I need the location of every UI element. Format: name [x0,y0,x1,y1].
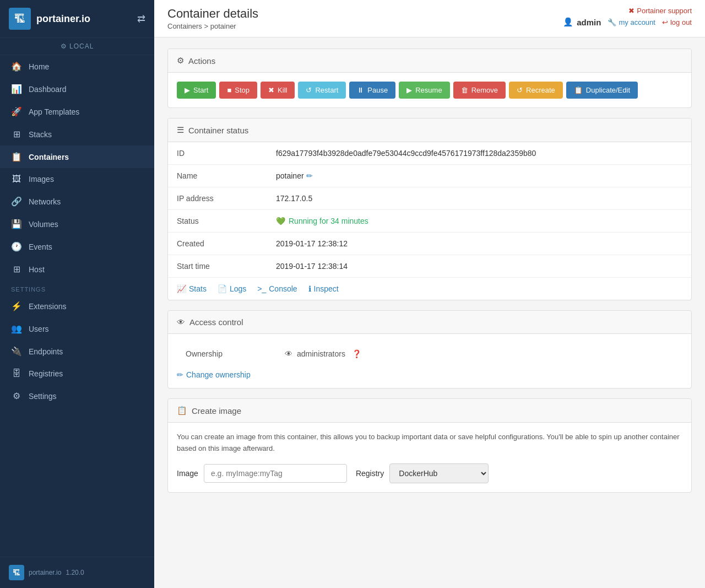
nav-icon-app-templates: 🚀 [11,106,22,117]
duplicate-button[interactable]: 📋Duplicate/Edit [566,82,638,99]
nav-label-images: Images [29,175,143,184]
console-quick-link[interactable]: >_Console [257,284,297,293]
ownership-label: Ownership [177,343,276,365]
sidebar-item-registries[interactable]: 🗄Registries [0,363,154,385]
change-ownership-link[interactable]: ✏ Change ownership [177,370,682,379]
log-out-label: log out [670,18,692,26]
restart-button[interactable]: ↺Restart [298,82,346,99]
stats-quick-link[interactable]: 📈Stats [177,284,207,293]
page-title-area: Container details Containers > potainer [167,7,258,30]
breadcrumb: Containers > potainer [167,22,258,30]
footer-version: 1.20.0 [66,569,84,576]
remove-icon: 🗑 [461,86,468,94]
heart-icon: 💚 [276,217,285,225]
sidebar-item-home[interactable]: 🏠Home [0,55,154,78]
edit-icon: ✏ [177,370,183,379]
start-button[interactable]: ▶Start [177,82,216,99]
pause-button[interactable]: ⏸Pause [349,82,395,99]
field-label: Name [168,165,267,187]
ownership-value-cell: 👁 administrators ❓ [276,343,682,365]
access-control-title: Access control [189,317,243,327]
create-image-title: Create image [192,406,241,416]
nav-label-stacks: Stacks [29,130,143,139]
sidebar-item-events[interactable]: 🕐Events [0,235,154,258]
user-admin-label: 👤 admin [563,17,601,27]
sidebar-item-users[interactable]: 👥Users [0,317,154,340]
container-status-table: IDf629a17793f4b3928de0adfe79e53044c9ccd9… [168,142,691,277]
nav-label-dashboard: Dashboard [29,85,143,94]
gear-icon: ⚙ [177,56,184,66]
user-links: 👤 admin 🔧 my account ↩ log out [563,17,692,27]
support-label: Portainer support [637,7,692,15]
logs-quick-link[interactable]: 📄Logs [218,284,246,293]
sidebar-item-endpoints[interactable]: 🔌Endpoints [0,340,154,363]
stop-button[interactable]: ■Stop [219,82,257,99]
topbar: Container details Containers > potainer … [154,0,705,37]
table-row: Created2019-01-17 12:38:12 [168,233,691,255]
image-input[interactable] [204,464,347,483]
pause-icon: ⏸ [357,86,364,94]
resume-button[interactable]: ▶Resume [399,82,449,99]
nav-icon-registries: 🗄 [11,369,22,379]
quick-actions: 📈Stats📄Logs>_ConsoleℹInspect [168,277,691,300]
registry-select[interactable]: DockerHubother [389,463,489,483]
sidebar-item-volumes[interactable]: 💾Volumes [0,213,154,235]
my-account-link[interactable]: 🔧 my account [608,18,655,26]
actions-card-header: ⚙ Actions [168,49,691,73]
footer-app-name: portainer.io [29,569,61,576]
nav-label-endpoints: Endpoints [29,347,143,356]
nav-label-registries: Registries [29,369,143,378]
nav-icon-dashboard: 📊 [11,84,22,94]
help-icon[interactable]: ❓ [352,349,361,358]
image-label: Image [177,469,198,478]
nav-label-networks: Networks [29,197,143,206]
table-row: IP address172.17.0.5 [168,187,691,210]
sidebar-item-dashboard[interactable]: 📊Dashboard [0,78,154,100]
inspect-quick-link[interactable]: ℹInspect [308,284,339,293]
nav-label-containers: Containers [29,153,143,161]
sidebar-item-settings[interactable]: ⚙Settings [0,385,154,407]
env-label: ⚙ LOCAL [0,38,154,55]
actions-title: Actions [188,56,215,66]
field-value: 2019-01-17 12:38:12 [267,233,691,255]
field-label: Status [168,210,267,233]
sidebar-footer: 🏗 portainer.io 1.20.0 [0,557,154,588]
remove-button[interactable]: 🗑Remove [453,82,506,99]
edit-name-icon[interactable]: ✏ [306,171,313,180]
sidebar-item-images[interactable]: 🖼Images [0,168,154,190]
ownership-value: administrators [297,349,345,358]
field-value: f629a17793f4b3928de0adfe79e53044c9ccd9fe… [267,142,691,165]
sidebar-item-containers[interactable]: 📋Containers [0,145,154,168]
breadcrumb-separator: > [204,22,210,30]
restart-icon: ↺ [306,86,312,94]
change-ownership-label: Change ownership [186,370,251,379]
nav-icon-home: 🏠 [11,61,22,72]
table-row: Status💚Running for 34 minutes [168,210,691,233]
page-title: Container details [167,7,258,21]
recreate-icon: ↺ [517,86,523,94]
kill-button[interactable]: ✖Kill [261,82,295,99]
nav-icon-events: 🕐 [11,241,22,252]
sidebar-item-extensions[interactable]: ⚡Extensions [0,295,154,317]
breadcrumb-link[interactable]: Containers [167,22,202,30]
console-icon: >_ [257,284,266,293]
nav-icon-networks: 🔗 [11,196,22,207]
sidebar-item-networks[interactable]: 🔗Networks [0,190,154,213]
sidebar-item-host[interactable]: ⊞Host [0,258,154,280]
recreate-button[interactable]: ↺Recreate [509,82,563,99]
create-image-description: You can create an image from this contai… [177,431,682,455]
sidebar-item-app-templates[interactable]: 🚀App Templates [0,100,154,123]
action-buttons: ▶Start■Stop✖Kill↺Restart⏸Pause▶Resume🗑Re… [168,73,691,107]
sidebar-item-stacks[interactable]: ⊞Stacks [0,123,154,145]
wrench-icon: 🔧 [608,18,616,26]
nav-icon-containers: 📋 [11,152,22,162]
support-x-icon: ✖ [628,7,634,15]
nav-icon-volumes: 💾 [11,219,22,229]
log-out-link[interactable]: ↩ log out [662,18,692,26]
main-content: Container details Containers > potainer … [154,0,705,588]
table-row: Start time2019-01-17 12:38:14 [168,255,691,278]
portainer-support-link[interactable]: ✖ Portainer support [628,7,692,15]
kill-icon: ✖ [268,86,274,94]
start-icon: ▶ [185,86,190,94]
nav-icon-endpoints: 🔌 [11,346,22,357]
